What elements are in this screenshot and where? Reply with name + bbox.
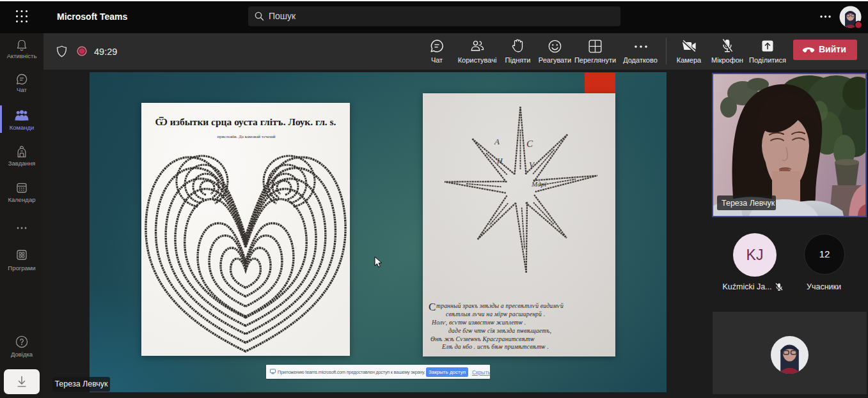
svg-text:свѣтлыя лѵчи на мїрѡ расширенр: свѣтлыя лѵчи на мїрѡ расширенрй .	[446, 310, 545, 318]
svg-text:даде бгѡ чтѡ сїя звѣзда пѡвѣща: даде бгѡ чтѡ сїя звѣзда пѡвѣщаетъ,	[448, 327, 551, 334]
svg-text:Н: Н	[496, 157, 503, 165]
svg-text:Нолѵ, всѵтѡ изявстнѡ жиплетѡ: Нолѵ, всѵтѡ изявстнѡ жиплетѡ .	[431, 319, 526, 326]
svg-text:Елѣ да нбо . испъ бѣѡ примѣтс: Елѣ да нбо . испъ бѣѡ примѣтсвѣтѡ .	[441, 343, 549, 350]
svg-text:А: А	[494, 137, 500, 146]
svg-text:Ѿ избытки срца ѹста глітъ. Лѹк: Ѿ избытки срца ѹста глітъ. Лѹк. гл. ѕ.	[155, 116, 336, 127]
svg-text:Ѳнѣ жѣ Сѵмеѡнъ Красгранитсвѣт: Ѳнѣ жѣ Сѵмеѡнъ Красгранитсвѣтѡ	[430, 335, 535, 342]
svg-text:присловїи. Да камовай тєчєшй: присловїи. Да камовай тєчєшй	[217, 134, 275, 139]
svg-text:Тереза Левчук: Тереза Левчук	[722, 199, 775, 208]
svg-text:С: С	[526, 139, 533, 149]
svg-text:транный зракъ звѣзды а пресвѣт: транный зракъ звѣзды а пресвѣтлѵй видимѵ…	[436, 302, 564, 309]
svg-text:С: С	[429, 301, 436, 313]
svg-text:Мдрї: Мдрї	[531, 180, 547, 188]
